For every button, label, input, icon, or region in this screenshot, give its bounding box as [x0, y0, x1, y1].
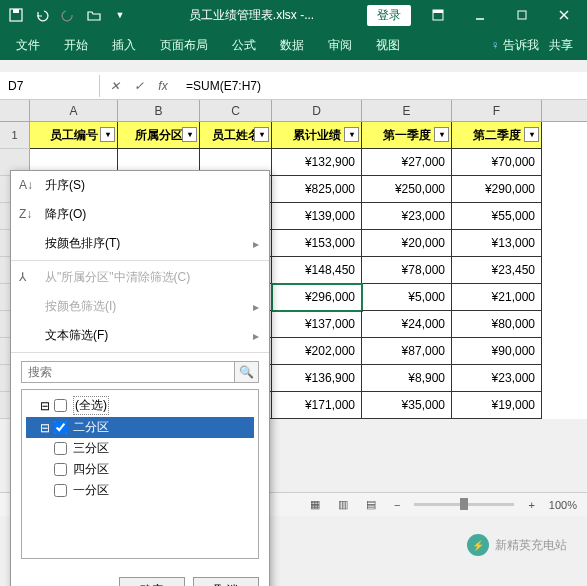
header-cell[interactable]: 第二季度▾ — [452, 122, 542, 149]
sort-descending[interactable]: Z↓ 降序(O) — [11, 200, 269, 229]
cell[interactable]: ¥90,000 — [452, 338, 542, 365]
header-cell[interactable]: 第一季度▾ — [362, 122, 452, 149]
sort-ascending[interactable]: A↓ 升序(S) — [11, 171, 269, 200]
cell[interactable]: ¥148,450 — [272, 257, 362, 284]
filter-search-input[interactable] — [21, 361, 235, 383]
cell[interactable]: ¥250,000 — [362, 176, 452, 203]
text-filters[interactable]: 文本筛选(F)▸ — [11, 321, 269, 350]
minimize-icon[interactable] — [461, 1, 499, 29]
zoom-level[interactable]: 100% — [549, 499, 577, 511]
filter-checklist[interactable]: ⊟(全选) ⊟二分区 ⊟三分区 ⊟四分区 ⊟一分区 — [21, 389, 259, 559]
filter-dropdown-icon[interactable]: ▾ — [344, 127, 359, 142]
submenu-arrow-icon: ▸ — [253, 300, 259, 314]
cell[interactable]: ¥23,450 — [452, 257, 542, 284]
cell[interactable]: ¥153,000 — [272, 230, 362, 257]
filter-dropdown-icon[interactable]: ▾ — [434, 127, 449, 142]
cell[interactable]: ¥8,900 — [362, 365, 452, 392]
cell[interactable]: ¥19,000 — [452, 392, 542, 419]
cell[interactable]: ¥21,000 — [452, 284, 542, 311]
cell[interactable]: ¥171,000 — [272, 392, 362, 419]
col-header-B[interactable]: B — [118, 100, 200, 121]
filter-item[interactable]: ⊟三分区 — [26, 438, 254, 459]
qat-dropdown-icon[interactable]: ▼ — [112, 7, 128, 23]
maximize-icon[interactable] — [503, 1, 541, 29]
zoom-out-icon[interactable]: − — [390, 499, 404, 511]
undo-icon[interactable] — [34, 7, 50, 23]
tab-data[interactable]: 数据 — [268, 30, 316, 60]
tab-insert[interactable]: 插入 — [100, 30, 148, 60]
filter-dropdown-icon[interactable]: ▾ — [182, 127, 197, 142]
sort-asc-icon: A↓ — [19, 178, 35, 194]
accept-formula-icon[interactable]: ✓ — [130, 77, 148, 95]
tab-file[interactable]: 文件 — [4, 30, 52, 60]
filter-item-select-all[interactable]: ⊟(全选) — [26, 394, 254, 417]
filter-item[interactable]: ⊟四分区 — [26, 459, 254, 480]
cell[interactable]: ¥136,900 — [272, 365, 362, 392]
filter-dropdown-icon[interactable]: ▾ — [100, 127, 115, 142]
cell[interactable]: ¥20,000 — [362, 230, 452, 257]
cell[interactable]: ¥5,000 — [362, 284, 452, 311]
zoom-in-icon[interactable]: + — [524, 499, 538, 511]
ribbon-options-icon[interactable] — [419, 1, 457, 29]
tab-view[interactable]: 视图 — [364, 30, 412, 60]
save-icon[interactable] — [8, 7, 24, 23]
zoom-slider[interactable] — [414, 503, 514, 506]
tell-me[interactable]: ♀ 告诉我 — [491, 37, 539, 54]
cancel-button[interactable]: 取消 — [193, 577, 259, 586]
cell[interactable]: ¥290,000 — [452, 176, 542, 203]
col-header-F[interactable]: F — [452, 100, 542, 121]
cancel-formula-icon[interactable]: ✕ — [106, 77, 124, 95]
fx-icon[interactable]: fx — [154, 77, 172, 95]
cell[interactable]: ¥35,000 — [362, 392, 452, 419]
cell[interactable]: ¥70,000 — [452, 149, 542, 176]
cell[interactable]: ¥132,900 — [272, 149, 362, 176]
cell[interactable]: ¥825,000 — [272, 176, 362, 203]
col-header-E[interactable]: E — [362, 100, 452, 121]
col-header-C[interactable]: C — [200, 100, 272, 121]
header-cell[interactable]: 所属分区▾ — [118, 122, 200, 149]
cell[interactable]: ¥13,000 — [452, 230, 542, 257]
submenu-arrow-icon: ▸ — [253, 329, 259, 343]
header-cell[interactable]: 员工编号▾ — [30, 122, 118, 149]
ok-button[interactable]: 确定 — [119, 577, 185, 586]
tab-formula[interactable]: 公式 — [220, 30, 268, 60]
close-icon[interactable] — [545, 1, 583, 29]
cell[interactable]: ¥23,000 — [362, 203, 452, 230]
cell[interactable]: ¥80,000 — [452, 311, 542, 338]
cell[interactable]: ¥202,000 — [272, 338, 362, 365]
login-button[interactable]: 登录 — [367, 5, 411, 26]
tab-layout[interactable]: 页面布局 — [148, 30, 220, 60]
filter-dropdown-icon[interactable]: ▾ — [254, 127, 269, 142]
header-cell[interactable]: 员工姓名▾ — [200, 122, 272, 149]
normal-view-icon[interactable]: ▦ — [306, 498, 324, 511]
cell[interactable]: ¥78,000 — [362, 257, 452, 284]
filter-item[interactable]: ⊟一分区 — [26, 480, 254, 501]
name-box[interactable]: D7 — [0, 75, 100, 97]
open-icon[interactable] — [86, 7, 102, 23]
page-layout-view-icon[interactable]: ▥ — [334, 498, 352, 511]
cell[interactable]: ¥296,000 — [272, 284, 362, 311]
redo-icon[interactable] — [60, 7, 76, 23]
page-break-view-icon[interactable]: ▤ — [362, 498, 380, 511]
filter-dropdown-icon[interactable]: ▾ — [524, 127, 539, 142]
filter-item[interactable]: ⊟二分区 — [26, 417, 254, 438]
select-all-corner[interactable] — [0, 100, 30, 121]
row-number[interactable]: 1 — [0, 122, 30, 149]
header-cell[interactable]: 累计业绩▾ — [272, 122, 362, 149]
cell[interactable]: ¥23,000 — [452, 365, 542, 392]
tab-home[interactable]: 开始 — [52, 30, 100, 60]
formula-input[interactable]: =SUM(E7:H7) — [178, 75, 587, 97]
tab-review[interactable]: 审阅 — [316, 30, 364, 60]
cell[interactable]: ¥27,000 — [362, 149, 452, 176]
cell[interactable]: ¥139,000 — [272, 203, 362, 230]
cell[interactable]: ¥87,000 — [362, 338, 452, 365]
cell[interactable]: ¥137,000 — [272, 311, 362, 338]
sort-by-color[interactable]: 按颜色排序(T)▸ — [11, 229, 269, 258]
col-header-A[interactable]: A — [30, 100, 118, 121]
col-header-D[interactable]: D — [272, 100, 362, 121]
window-title: 员工业绩管理表.xlsx -... — [136, 7, 367, 24]
search-icon[interactable]: 🔍 — [235, 361, 259, 383]
cell[interactable]: ¥24,000 — [362, 311, 452, 338]
share-button[interactable]: 共享 — [549, 37, 573, 54]
cell[interactable]: ¥55,000 — [452, 203, 542, 230]
